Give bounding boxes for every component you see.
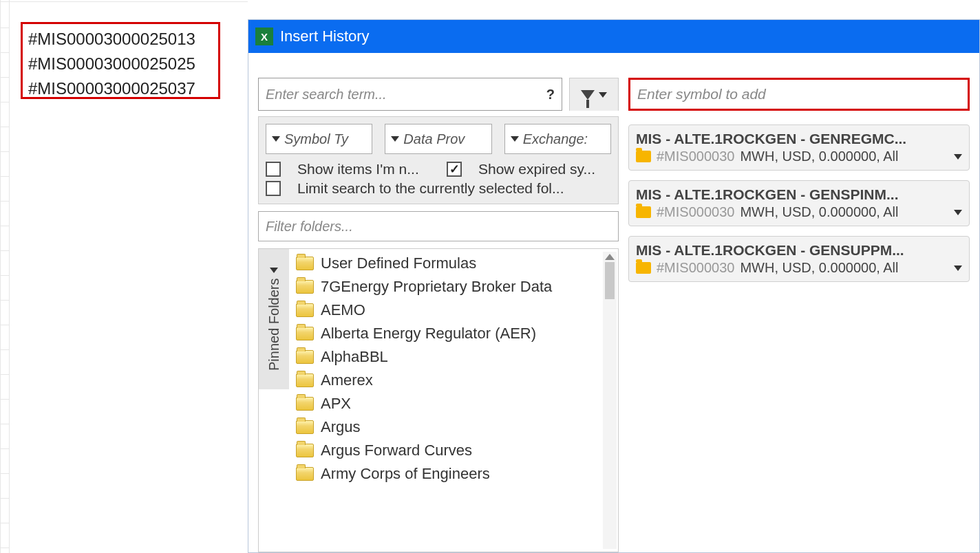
folder-icon — [296, 444, 314, 457]
data-provider-dropdown[interactable]: Data Prov — [385, 124, 491, 154]
insert-history-dialog: Insert History Enter search term... ? — [248, 19, 980, 553]
show-expired-checkbox[interactable] — [447, 162, 462, 177]
scroll-thumb[interactable] — [605, 262, 615, 299]
spreadsheet-region: #MIS00003000025013 #MIS00003000025025 #M… — [0, 0, 248, 553]
funnel-icon — [581, 90, 595, 100]
symbol-details: MWH, USD, 0.000000, All — [740, 260, 898, 276]
chevron-down-icon[interactable] — [954, 210, 962, 215]
highlighted-cells: #MIS00003000025013 #MIS00003000025025 #M… — [21, 22, 220, 99]
search-placeholder: Enter search term... — [266, 87, 387, 102]
chevron-down-icon[interactable] — [954, 265, 962, 271]
search-help-icon[interactable]: ? — [546, 87, 555, 102]
folder-filter-input[interactable]: Filter folders... — [258, 211, 619, 241]
left-pane: Enter search term... ? Symbol Ty D — [258, 78, 619, 552]
filter-toggle-button[interactable] — [569, 78, 619, 111]
cell-value[interactable]: #MIS00003000025013 — [28, 27, 213, 52]
tree-item[interactable]: 7GEnergy Proprietary Broker Data — [289, 275, 618, 299]
show-items-label: Show items I'm n... — [297, 161, 430, 177]
titlebar[interactable]: Insert History — [248, 20, 979, 53]
symbol-card[interactable]: MIS - ALTE.1ROCKGEN - GENSUPPM... #MIS00… — [628, 236, 970, 282]
folder-tree: Pinned Folders User Defined Formulas 7GE… — [258, 248, 619, 552]
folder-icon — [296, 257, 314, 270]
cell-value[interactable]: #MIS00003000025025 — [28, 52, 213, 76]
folder-icon — [296, 373, 314, 387]
tree-item[interactable]: Army Corps of Engineers — [289, 462, 618, 486]
cell-value[interactable]: #MIS00003000025037 — [28, 76, 213, 101]
tree-item[interactable]: User Defined Formulas — [289, 252, 618, 275]
chevron-down-icon — [511, 136, 519, 142]
folder-icon — [296, 467, 314, 481]
show-expired-label: Show expired sy... — [478, 161, 611, 177]
symbol-code: #MIS000030 — [657, 149, 734, 164]
right-pane: Enter symbol to add MIS - ALTE.1ROCKGEN … — [628, 78, 970, 552]
chevron-right-icon — [270, 268, 278, 273]
exchanges-dropdown[interactable]: Exchange: — [504, 124, 611, 154]
symbol-title: MIS - ALTE.1ROCKGEN - GENREGMC... — [636, 131, 962, 147]
scrollbar[interactable] — [603, 252, 617, 549]
symbol-type-dropdown[interactable]: Symbol Ty — [266, 124, 372, 154]
chevron-down-icon — [391, 136, 399, 142]
symbol-title: MIS - ALTE.1ROCKGEN - GENSPINM... — [636, 186, 962, 203]
chevron-down-icon — [272, 136, 280, 142]
scroll-up-icon[interactable] — [605, 254, 615, 260]
symbol-card[interactable]: MIS - ALTE.1ROCKGEN - GENSPINM... #MIS00… — [628, 180, 970, 226]
tree-item[interactable]: APX — [289, 392, 618, 415]
pinned-folders-tab[interactable]: Pinned Folders — [259, 249, 289, 389]
folder-icon — [636, 262, 651, 274]
symbol-code: #MIS000030 — [657, 260, 734, 276]
tree-item[interactable]: Argus Forward Curves — [289, 439, 618, 462]
folder-icon — [296, 303, 314, 317]
symbol-add-input[interactable]: Enter symbol to add — [628, 78, 970, 111]
limit-search-label: Limit search to the currently selected f… — [297, 180, 564, 197]
folder-icon — [296, 397, 314, 411]
dialog-title: Insert History — [280, 28, 370, 45]
limit-search-checkbox[interactable] — [266, 181, 281, 196]
tree-item[interactable]: AEMO — [289, 299, 618, 322]
search-input[interactable]: Enter search term... ? — [258, 78, 562, 111]
folder-icon — [636, 206, 651, 218]
symbol-title: MIS - ALTE.1ROCKGEN - GENSUPPM... — [636, 242, 962, 259]
folder-icon — [296, 350, 314, 364]
show-items-checkbox[interactable] — [266, 162, 281, 177]
tree-item[interactable]: Amerex — [289, 369, 618, 392]
folder-list[interactable]: User Defined Formulas 7GEnergy Proprieta… — [289, 249, 618, 552]
folder-icon — [296, 420, 314, 434]
tree-item[interactable]: Argus — [289, 415, 618, 439]
symbol-details: MWH, USD, 0.000000, All — [740, 149, 898, 164]
symbol-code: #MIS000030 — [657, 204, 734, 220]
folder-icon — [636, 151, 651, 162]
filters-panel: Symbol Ty Data Prov Exchange: Show items… — [258, 116, 619, 204]
folder-icon — [296, 327, 314, 340]
tree-item[interactable]: AlphaBBL — [289, 345, 618, 369]
symbol-details: MWH, USD, 0.000000, All — [740, 204, 898, 220]
chevron-down-icon[interactable] — [954, 154, 962, 160]
tree-item[interactable]: Alberta Energy Regulator (AER) — [289, 322, 618, 345]
chevron-down-icon — [599, 92, 607, 98]
symbol-card[interactable]: MIS - ALTE.1ROCKGEN - GENREGMC... #MIS00… — [628, 124, 970, 171]
excel-icon — [255, 28, 273, 45]
folder-icon — [296, 280, 314, 294]
